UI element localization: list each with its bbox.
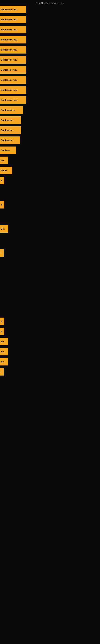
gap-after-26 bbox=[0, 366, 100, 368]
bar-label-19: B bbox=[0, 204, 2, 206]
gap-after-14 bbox=[0, 144, 100, 146]
gap-after-27 bbox=[0, 376, 100, 378]
bar-row-26: Bo bbox=[0, 358, 100, 366]
gap-after-15 bbox=[0, 154, 100, 156]
bar-label-12: Bottleneck r bbox=[0, 119, 14, 121]
gap-after-12 bbox=[0, 124, 100, 126]
site-title: TheBottlenecker.com bbox=[0, 0, 100, 6]
bar-row-16: Bo bbox=[0, 156, 100, 164]
gap-after-7 bbox=[0, 74, 100, 76]
bar-row-15: Bottlene bbox=[0, 146, 100, 154]
bar-row-2: Bottleneck resu bbox=[0, 16, 100, 23]
bar-label-5: Bottleneck resu bbox=[0, 48, 17, 51]
gap-after-25 bbox=[0, 356, 100, 358]
bar-label-25: Bo bbox=[0, 350, 4, 353]
bar-row-10: Bottleneck resu bbox=[0, 96, 100, 104]
bar-label-23: B bbox=[0, 330, 2, 333]
bar-label-4: Bottleneck resu bbox=[0, 38, 17, 41]
bar-row-4: Bottleneck resu bbox=[0, 36, 100, 44]
gap-after-20 bbox=[0, 233, 100, 249]
bars-container: Bottleneck resuBottleneck resuBottleneck… bbox=[0, 6, 100, 378]
bar-row-21: I bbox=[0, 249, 100, 257]
bar-row-1: Bottleneck resu bbox=[0, 6, 100, 13]
bar-label-21: I bbox=[0, 252, 1, 254]
bar-row-19: B bbox=[0, 201, 100, 208]
bar-label-16: Bo bbox=[0, 159, 4, 162]
gap-after-19 bbox=[0, 209, 100, 225]
gap-after-21 bbox=[0, 257, 100, 318]
gap-after-9 bbox=[0, 94, 100, 96]
bar-label-6: Bottleneck resu bbox=[0, 58, 17, 61]
bar-label-10: Bottleneck resu bbox=[0, 99, 17, 101]
bar-label-7: Bottleneck resu bbox=[0, 69, 17, 71]
bar-label-20: Bot bbox=[0, 228, 4, 230]
bar-label-27: I bbox=[0, 370, 1, 373]
bar-row-23: B bbox=[0, 328, 100, 335]
gap-after-18 bbox=[0, 185, 100, 201]
bar-row-12: Bottleneck r bbox=[0, 116, 100, 124]
bar-label-13: Bottleneck r bbox=[0, 129, 14, 132]
bar-row-6: Bottleneck resu bbox=[0, 56, 100, 64]
bar-label-8: Bottleneck resu bbox=[0, 79, 17, 81]
gap-after-6 bbox=[0, 64, 100, 66]
bar-row-7: Bottleneck resu bbox=[0, 66, 100, 74]
bar-row-13: Bottleneck r bbox=[0, 126, 100, 134]
gap-after-4 bbox=[0, 44, 100, 46]
gap-after-22 bbox=[0, 326, 100, 328]
bar-row-9: Bottleneck resu bbox=[0, 86, 100, 94]
gap-after-10 bbox=[0, 104, 100, 106]
bar-row-8: Bottleneck resu bbox=[0, 76, 100, 84]
gap-after-5 bbox=[0, 54, 100, 56]
bar-row-5: Bottleneck resu bbox=[0, 46, 100, 54]
bar-row-14: Bottleneck r bbox=[0, 136, 100, 144]
bar-label-15: Bottlene bbox=[0, 149, 10, 152]
gap-after-2 bbox=[0, 24, 100, 26]
gap-after-16 bbox=[0, 164, 100, 167]
bar-label-26: Bo bbox=[0, 360, 4, 363]
gap-after-11 bbox=[0, 114, 100, 116]
gap-after-17 bbox=[0, 175, 100, 177]
bar-row-27: I bbox=[0, 368, 100, 376]
bar-row-3: Bottleneck resu bbox=[0, 26, 100, 34]
bar-row-11: Bottleneck re bbox=[0, 106, 100, 114]
bar-row-24: Bo bbox=[0, 338, 100, 345]
bar-label-9: Bottleneck resu bbox=[0, 89, 17, 91]
bar-row-18: B bbox=[0, 177, 100, 184]
bar-label-18: B bbox=[0, 179, 2, 182]
gap-after-1 bbox=[0, 14, 100, 16]
bar-label-17: Bottle bbox=[0, 169, 7, 172]
bar-row-20: Bot bbox=[0, 225, 100, 233]
bar-label-14: Bottleneck r bbox=[0, 139, 14, 142]
bar-label-24: Bo bbox=[0, 340, 4, 343]
bar-row-22: B bbox=[0, 318, 100, 325]
bar-label-1: Bottleneck resu bbox=[0, 8, 17, 11]
bar-row-17: Bottle bbox=[0, 167, 100, 174]
gap-after-8 bbox=[0, 84, 100, 86]
bar-label-11: Bottleneck re bbox=[0, 109, 15, 111]
gap-after-23 bbox=[0, 336, 100, 338]
bar-label-22: B bbox=[0, 320, 2, 322]
gap-after-24 bbox=[0, 346, 100, 348]
gap-after-3 bbox=[0, 34, 100, 36]
bar-row-25: Bo bbox=[0, 348, 100, 356]
bar-label-2: Bottleneck resu bbox=[0, 18, 17, 21]
gap-after-13 bbox=[0, 134, 100, 136]
bar-label-3: Bottleneck resu bbox=[0, 28, 17, 31]
